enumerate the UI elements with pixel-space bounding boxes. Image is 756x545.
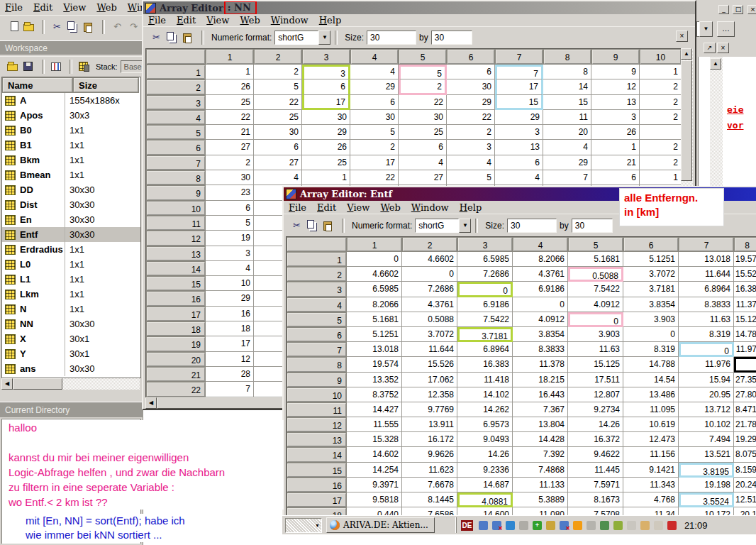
- grid-cell[interactable]: 0: [568, 312, 623, 327]
- gesture-icon[interactable]: [654, 521, 663, 530]
- column-header[interactable]: 6: [447, 49, 495, 65]
- grid-cell[interactable]: 22: [350, 170, 399, 185]
- grid-cell[interactable]: 12.807: [568, 387, 623, 402]
- grid-cell[interactable]: 22: [254, 95, 302, 110]
- grid-cell[interactable]: 2: [254, 65, 302, 79]
- grid-cell[interactable]: 6: [495, 155, 543, 170]
- grid-cell[interactable]: 8.471: [734, 402, 756, 417]
- size-rows-input[interactable]: 30: [507, 219, 557, 233]
- grid-cell[interactable]: 8.319: [623, 342, 679, 357]
- save-workspace-icon[interactable]: [23, 61, 35, 72]
- grid-cell[interactable]: 13.486: [623, 387, 679, 402]
- grid-cell[interactable]: 22: [206, 110, 254, 125]
- row-header[interactable]: 7: [146, 155, 206, 170]
- grid-cell[interactable]: 5: [206, 216, 254, 231]
- scrollbar-thumb[interactable]: [13, 378, 62, 390]
- row-header[interactable]: 10: [287, 387, 347, 402]
- grid-cell[interactable]: 5: [399, 65, 447, 79]
- grid-cell[interactable]: 18: [206, 321, 254, 336]
- grid-cell[interactable]: 2: [640, 155, 682, 170]
- redo-icon[interactable]: ↷: [128, 21, 140, 33]
- grid-cell[interactable]: 0.5088: [568, 267, 623, 282]
- grid-cell[interactable]: 0: [402, 267, 457, 282]
- grid-cell[interactable]: 6: [302, 79, 350, 94]
- grid-cell[interactable]: 7.494: [679, 432, 734, 447]
- grid-cell[interactable]: 12.51: [734, 492, 756, 507]
- row-header[interactable]: 15: [146, 276, 206, 291]
- grid-cell[interactable]: 17: [495, 79, 543, 94]
- row-header[interactable]: 19: [146, 336, 206, 351]
- grid-cell[interactable]: 26: [206, 79, 254, 94]
- column-header[interactable]: 4: [513, 237, 568, 252]
- grid-cell[interactable]: 16.383: [457, 357, 513, 372]
- grid-cell[interactable]: 6: [591, 170, 640, 185]
- grid-cell[interactable]: [640, 125, 682, 140]
- taskbar-button-ariva[interactable]: ARIVA.DE: Aktien...: [326, 517, 435, 533]
- grid-cell[interactable]: 28: [206, 367, 254, 382]
- grid-cell[interactable]: 4.6602: [402, 252, 457, 267]
- grid-cell[interactable]: 5: [350, 125, 399, 140]
- row-header[interactable]: 16: [146, 291, 206, 306]
- network-computers-icon[interactable]: [479, 521, 488, 530]
- grid-cell[interactable]: 9.1421: [623, 463, 679, 478]
- workspace-variable-row[interactable]: NN30x30: [2, 316, 140, 331]
- workspace-variable-row[interactable]: Bmean1x1: [2, 167, 140, 182]
- row-header[interactable]: 9: [146, 185, 206, 200]
- grid-cell[interactable]: 5: [447, 170, 495, 185]
- stack-select[interactable]: Base: [121, 60, 143, 73]
- row-header[interactable]: 13: [287, 432, 347, 447]
- grid-cell[interactable]: 4: [206, 261, 254, 276]
- grid-cell[interactable]: 7: [543, 170, 591, 185]
- grid-cell[interactable]: 14: [543, 79, 591, 94]
- grid-cell[interactable]: 8.075: [734, 447, 756, 462]
- grid-cell[interactable]: 13: [591, 95, 640, 110]
- browse-dots-button[interactable]: …: [717, 21, 735, 37]
- close-panel-button[interactable]: ×: [717, 43, 729, 53]
- menu-edit[interactable]: Edit: [33, 2, 52, 13]
- grid-cell[interactable]: 22: [447, 110, 495, 125]
- grid-cell[interactable]: 5: [254, 79, 302, 94]
- column-header[interactable]: 2: [254, 49, 302, 65]
- row-header[interactable]: 12: [146, 231, 206, 246]
- nn-titlebar[interactable]: Array Editor: NN: [143, 1, 695, 14]
- paste-icon[interactable]: [323, 220, 335, 231]
- workspace-variable-row[interactable]: X30x1: [2, 331, 140, 346]
- workspace-variable-row[interactable]: L11x1: [2, 272, 140, 287]
- cut-icon[interactable]: ✂: [150, 32, 162, 43]
- grid-cell[interactable]: 6.5985: [457, 252, 513, 267]
- grid-cell[interactable]: 29: [447, 95, 495, 110]
- grid-cell[interactable]: 9.3971: [347, 478, 402, 492]
- dropdown-arrow-icon[interactable]: ▼: [315, 523, 320, 528]
- usb-device-icon[interactable]: [506, 521, 515, 530]
- row-header[interactable]: 17: [287, 492, 347, 507]
- grid-cell[interactable]: 7: [495, 65, 543, 79]
- row-header[interactable]: 12: [287, 417, 347, 432]
- grid-cell[interactable]: 8.3752: [347, 387, 402, 402]
- grid-cell[interactable]: 25: [399, 125, 447, 140]
- grid-cell[interactable]: 19.57: [734, 252, 756, 267]
- row-header[interactable]: 4: [146, 110, 206, 125]
- grid-cell[interactable]: 11.095: [623, 402, 679, 417]
- row-header[interactable]: 1: [146, 65, 206, 79]
- grid-cell[interactable]: 3.7072: [402, 327, 457, 342]
- grid-cell[interactable]: 13.018: [679, 252, 734, 267]
- grid-cell[interactable]: 6.8964: [679, 282, 734, 297]
- grid-cell[interactable]: 2: [640, 140, 682, 155]
- grid-cell[interactable]: 15.526: [402, 357, 457, 372]
- row-header[interactable]: 3: [287, 282, 347, 297]
- scroll-left-button[interactable]: ◀: [1, 378, 13, 390]
- grid-cell[interactable]: 5.1251: [623, 252, 679, 267]
- taskbar-clock[interactable]: 21:09: [684, 520, 708, 531]
- grid-cell[interactable]: 4.6602: [347, 267, 402, 282]
- grid-cell[interactable]: 20.95: [679, 387, 734, 402]
- help-vscrollbar[interactable]: ▲: [710, 57, 723, 186]
- grid-cell[interactable]: 27.35: [734, 373, 756, 387]
- grid-cell[interactable]: 30: [447, 79, 495, 94]
- grid-cell[interactable]: 14.78: [734, 327, 756, 342]
- workspace-variable-row[interactable]: B11x1: [2, 138, 140, 153]
- copy-icon[interactable]: [167, 32, 179, 43]
- grid-cell[interactable]: 6: [350, 95, 399, 110]
- grid-cell[interactable]: 11.63: [679, 312, 734, 327]
- grid-cell[interactable]: 30: [206, 170, 254, 185]
- column-header[interactable]: 1: [347, 237, 402, 252]
